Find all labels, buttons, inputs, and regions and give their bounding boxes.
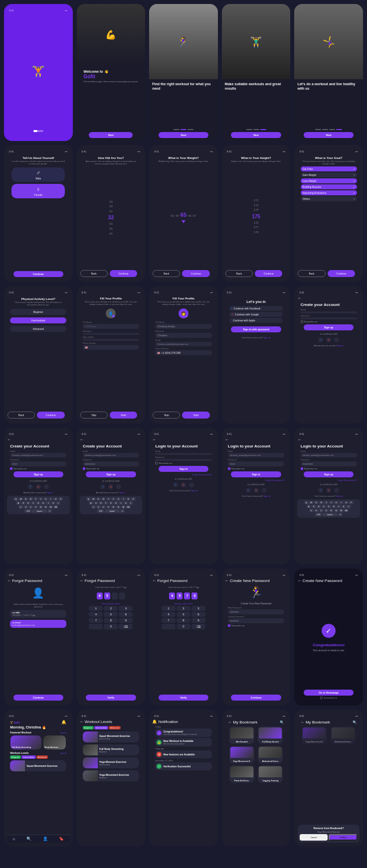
bookmark-item-6[interactable]: Jogging Training bbox=[258, 765, 283, 783]
email3-input[interactable]: christina_ansley@yourdomain.com bbox=[83, 453, 139, 457]
back-arrow-icon[interactable]: ← bbox=[297, 437, 301, 442]
remove-cancel-button[interactable]: Cancel bbox=[300, 834, 328, 841]
login2-email-input[interactable]: christina_ansley@yourdomain.com bbox=[228, 453, 284, 457]
fullname2-field[interactable]: Christina Ansley bbox=[155, 324, 211, 329]
google-icon2[interactable]: G bbox=[36, 484, 41, 489]
otp2-verify-button[interactable]: Verify bbox=[159, 695, 208, 701]
gender-continue-button[interactable]: Continue bbox=[13, 271, 63, 277]
forgot-link[interactable]: Forgot the password? bbox=[155, 473, 211, 476]
login-remember-checkbox[interactable] bbox=[155, 462, 158, 464]
login-fb-icon[interactable]: f bbox=[173, 482, 178, 487]
age-picker[interactable]: 29 30 31 32 33 34 35 bbox=[80, 166, 143, 269]
apple-icon2[interactable] bbox=[44, 484, 49, 489]
notif-features-item[interactable]: ★ New features are Available bbox=[155, 750, 211, 758]
bookmark-item-1[interactable]: Mat Dumbell bbox=[229, 726, 254, 744]
onboard1-next-button[interactable]: Next bbox=[159, 132, 208, 138]
intermediate-tag[interactable]: Intermediate bbox=[21, 755, 35, 759]
bottom-workout-card[interactable]: Squat Movement Exercise bbox=[10, 760, 66, 771]
otp-verify-button[interactable]: Verify bbox=[86, 695, 136, 701]
otp2-box-2[interactable]: 5 bbox=[177, 592, 183, 599]
login2-google-icon[interactable]: G bbox=[254, 488, 259, 493]
featured-card-2[interactable]: Body Workout bbox=[43, 735, 66, 749]
bookmark-item-2[interactable]: Full Body Stretch bbox=[258, 726, 283, 744]
login2-apple-icon[interactable] bbox=[262, 488, 267, 493]
notif-back[interactable]: 🔔 Notification bbox=[152, 720, 178, 724]
goal-building-muscles[interactable]: Building Muscles✓ bbox=[301, 184, 357, 189]
email2-field[interactable]: christina_ansley@yourdomain.com bbox=[155, 342, 211, 346]
nav-home-icon[interactable]: ⌂ bbox=[12, 837, 15, 841]
login2-signup-link[interactable]: Sign up bbox=[263, 495, 270, 497]
bookmark-item-5[interactable]: Plank Belt Exer. bbox=[229, 765, 254, 783]
login-apple-icon[interactable] bbox=[189, 482, 194, 487]
otp-box-2[interactable]: 5 bbox=[104, 592, 110, 599]
new-pw-continue-button[interactable]: Continue bbox=[231, 695, 281, 701]
apple-icon[interactable] bbox=[334, 337, 339, 342]
new-pw-input[interactable]: •••••••••• bbox=[228, 609, 284, 614]
congrats-checkbox[interactable] bbox=[320, 697, 323, 699]
login-pw-input[interactable] bbox=[155, 459, 211, 461]
goal-gain-weight[interactable]: Gain Weight○ bbox=[301, 172, 357, 177]
new-pw-back[interactable]: ← Create New Password bbox=[225, 579, 270, 583]
welcome-next-button[interactable]: Next bbox=[89, 132, 133, 138]
login2-pw-input[interactable]: •••••• bbox=[228, 461, 284, 466]
workout-levels-back[interactable]: ← Workout Levels bbox=[80, 720, 112, 724]
confirm-pw-input[interactable]: •••••••••• bbox=[228, 618, 284, 623]
congrats-back[interactable]: ← Create New Password bbox=[297, 579, 342, 583]
fb-icon3[interactable]: f bbox=[100, 484, 105, 489]
signin-link3[interactable]: Sign in bbox=[120, 491, 126, 494]
back-arrow-icon[interactable]: ← bbox=[152, 437, 156, 442]
goal-others[interactable]: Others○ bbox=[301, 196, 357, 201]
login3-google-icon[interactable]: G bbox=[326, 488, 331, 493]
phone-field[interactable]: 🇺🇸 bbox=[83, 345, 139, 350]
phone2-field[interactable]: 🇺🇸+1 (614) 276 299 bbox=[155, 350, 211, 355]
contact-email-option[interactable]: via Email and*ny@yourdomain.com bbox=[10, 620, 66, 628]
bookmark-item-3[interactable]: Yoga Movement E. bbox=[229, 746, 254, 763]
email2-input[interactable]: christina_ansley@yourdomain.com bbox=[10, 453, 66, 457]
fb-icon2[interactable]: f bbox=[28, 484, 33, 489]
notif-workout-item[interactable]: 💪 New Workout is Available Check new and… bbox=[155, 738, 211, 746]
notif-congrats-item[interactable]: ✓ Congratulations! You have been exercis… bbox=[155, 728, 211, 737]
forgot-continue-button[interactable]: Continue bbox=[13, 695, 63, 701]
login-signin-button[interactable]: Sign in bbox=[159, 466, 208, 472]
otp-box-3[interactable] bbox=[112, 592, 118, 599]
notif-verify-item[interactable]: ✓ Verification Successful bbox=[155, 762, 211, 770]
forgot-back-label[interactable]: ← Forgot Password bbox=[7, 579, 42, 583]
nav-search-icon[interactable]: 🔍 bbox=[26, 837, 31, 841]
password3-input[interactable]: •••••••••••• bbox=[83, 461, 139, 466]
height-picker[interactable]: 172 173 174 175 176 177 178 bbox=[225, 164, 288, 269]
activity-advanced[interactable]: Advanced bbox=[10, 326, 66, 332]
dob-field[interactable] bbox=[83, 339, 139, 341]
nickname2-field[interactable]: Christina bbox=[155, 333, 211, 338]
filter-beginner[interactable]: Beginner bbox=[83, 726, 94, 729]
signup2-button[interactable]: Sign up bbox=[13, 471, 63, 477]
gender-female-option[interactable]: ♀ Female bbox=[11, 184, 65, 198]
workout-level-card-1[interactable]: Squat Movement Exercise Intermediate bbox=[83, 731, 139, 742]
back-arrow-icon[interactable]: ← bbox=[225, 437, 229, 442]
otp2-box-1[interactable]: 8 bbox=[169, 592, 175, 599]
login3-signup-link[interactable]: Sign up bbox=[336, 495, 343, 497]
beginner-tag[interactable]: Beginner bbox=[10, 755, 21, 759]
back-arrow-icon[interactable]: ← bbox=[297, 296, 301, 300]
bookmark-modal-back[interactable]: ← My Bookmark bbox=[301, 720, 330, 724]
login-signup-link[interactable]: Sign up bbox=[191, 489, 198, 492]
weight-picker[interactable]: 63 64 65 66 67 bbox=[171, 164, 196, 269]
advanced-tag[interactable]: Advanced bbox=[36, 755, 48, 759]
profile-start-button[interactable]: Start bbox=[110, 412, 137, 419]
activity-beginner[interactable]: Beginner bbox=[10, 309, 66, 315]
forgot3-link[interactable]: Forgot the password? bbox=[301, 479, 357, 481]
login3-pw-input[interactable]: •••••••••••• bbox=[301, 461, 357, 466]
filter-intermediate[interactable]: Intermediate bbox=[94, 726, 108, 729]
login3-remember-checkbox[interactable] bbox=[301, 467, 303, 470]
signin-password-button[interactable]: Sign in with password bbox=[231, 326, 281, 332]
bookmark-item-4[interactable]: Abdominal Exerc. bbox=[258, 746, 283, 763]
password2-input[interactable]: •••••• bbox=[10, 461, 66, 466]
login2-fb-icon[interactable]: f bbox=[246, 488, 251, 493]
fb-button[interactable]: fContinue with Facebook bbox=[229, 306, 283, 311]
age-back-button[interactable]: Back bbox=[80, 270, 108, 277]
nav-profile-icon[interactable]: 👤 bbox=[43, 837, 48, 841]
onboard2-next-button[interactable]: Next bbox=[231, 132, 281, 138]
forgot-otp2-back[interactable]: ← Forgot Password bbox=[152, 579, 187, 583]
login3-signup-button[interactable]: Sign up bbox=[304, 471, 354, 477]
login2-remember-checkbox[interactable] bbox=[228, 467, 230, 470]
login3-apple-icon[interactable] bbox=[334, 488, 339, 493]
